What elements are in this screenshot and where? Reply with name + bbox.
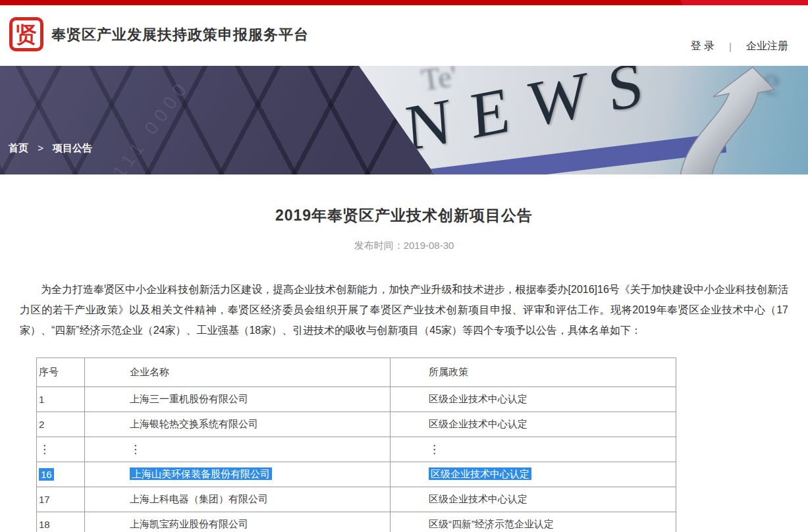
- selected-text: 16: [39, 468, 54, 481]
- cell-text: 区级企业技术中心认定: [429, 393, 527, 404]
- cell-text: 上海凯宝药业股份有限公司: [130, 518, 248, 529]
- breadcrumb-separator: >: [38, 142, 43, 153]
- cell-no: 16: [37, 462, 85, 487]
- table-header-row: 序号 企业名称 所属政策: [37, 358, 676, 387]
- site-title: 奉贤区产业发展扶持政策申报服务平台: [51, 25, 309, 45]
- cell-no: ⋮: [37, 437, 85, 462]
- cell-text: 18: [39, 519, 50, 530]
- banner-watermark-numbers-2: 0 111 0000: [94, 76, 194, 174]
- header-policy: 所属政策: [391, 358, 676, 387]
- cell-no: 2: [37, 412, 85, 437]
- selected-text: 区级企业技术中心认定: [429, 467, 531, 480]
- cell-company: ⋮: [85, 437, 391, 462]
- cell-company: 上海上科电器（集团）有限公司: [85, 487, 391, 512]
- cell-company: 上海三一重机股份有限公司: [85, 387, 391, 412]
- cell-policy: ⋮: [391, 437, 676, 462]
- cell-policy: 区级企业技术中心认定: [391, 487, 676, 512]
- table-row: 2上海银轮热交换系统有限公司区级企业技术中心认定: [37, 412, 676, 437]
- newspaper-photo: Te' e NEWS or windparken eespalt p.13: [342, 66, 808, 174]
- cell-text: 区级企业技术中心认定: [429, 493, 527, 504]
- cell-text: 区级企业技术中心认定: [429, 418, 527, 429]
- breadcrumb: 首页 > 项目公告: [9, 142, 92, 155]
- cell-policy: 区级企业技术中心认定: [391, 462, 676, 487]
- cell-text: 1: [39, 394, 44, 405]
- cell-text: ⋮: [39, 443, 50, 456]
- cell-policy: 区级企业技术中心认定: [391, 387, 676, 412]
- cell-company: 上海凯宝药业股份有限公司: [85, 512, 391, 532]
- table-row: 18上海凯宝药业股份有限公司区级“四新”经济示范企业认定: [37, 512, 676, 532]
- announcement-table: 序号 企业名称 所属政策 1上海三一重机股份有限公司区级企业技术中心认定2上海银…: [36, 358, 676, 532]
- cell-text: 上海三一重机股份有限公司: [130, 393, 248, 404]
- publish-date: 发布时间：2019-08-30: [0, 240, 808, 252]
- selected-text: 上海山美环保装备股份有限公司: [130, 467, 272, 480]
- site-header: 贤 奉贤区产业发展扶持政策申报服务平台 登 录 | 企业注册: [0, 5, 808, 66]
- cell-company: 上海山美环保装备股份有限公司: [85, 462, 391, 487]
- cell-policy: 区级企业技术中心认定: [391, 412, 676, 437]
- logo-seal-character: 贤: [16, 24, 37, 45]
- breadcrumb-home[interactable]: 首页: [9, 142, 28, 153]
- cell-no: 17: [37, 487, 85, 512]
- cell-text: ⋮: [429, 443, 440, 456]
- cell-text: 区级“四新”经济示范企业认定: [429, 518, 554, 529]
- cell-no: 1: [37, 387, 85, 412]
- cell-text: 2: [39, 419, 44, 430]
- news-banner: 0 111 0000 1 0 111 0000 Te' e NEWS or wi…: [0, 66, 808, 174]
- cell-no: 18: [37, 512, 85, 532]
- cell-text: 上海银轮热交换系统有限公司: [130, 418, 258, 429]
- cell-company: 上海银轮热交换系统有限公司: [85, 412, 391, 437]
- header-no: 序号: [37, 358, 85, 387]
- table-row: 16上海山美环保装备股份有限公司区级企业技术中心认定: [37, 462, 676, 487]
- login-area: 登 录 | 企业注册: [676, 40, 803, 53]
- table-row: ⋮⋮⋮: [37, 437, 676, 462]
- cell-text: 上海上科电器（集团）有限公司: [130, 493, 268, 504]
- table-row: 17上海上科电器（集团）有限公司区级企业技术中心认定: [37, 487, 676, 512]
- table-row: 1上海三一重机股份有限公司区级企业技术中心认定: [37, 387, 676, 412]
- upward-arrow-icon: [639, 66, 778, 174]
- login-link[interactable]: 登 录: [676, 40, 729, 53]
- table-body: 1上海三一重机股份有限公司区级企业技术中心认定2上海银轮热交换系统有限公司区级企…: [37, 387, 676, 532]
- cell-text: 17: [39, 494, 50, 505]
- site-logo-seal: 贤: [9, 17, 43, 51]
- cell-text: ⋮: [130, 443, 141, 456]
- breadcrumb-current[interactable]: 项目公告: [53, 142, 92, 153]
- page: { "topbar": { "about": "关于本平台", "interac…: [0, 0, 808, 532]
- announcement-body: 为全力打造奉贤区中小企业科技创新活力区建设，提高企业技术创新能力，加快产业升级和…: [20, 279, 788, 340]
- register-link[interactable]: 企业注册: [732, 40, 803, 53]
- header-company: 企业名称: [85, 358, 391, 387]
- cell-policy: 区级“四新”经济示范企业认定: [391, 512, 676, 532]
- page-title: 2019年奉贤区产业技术创新项目公告: [0, 205, 808, 226]
